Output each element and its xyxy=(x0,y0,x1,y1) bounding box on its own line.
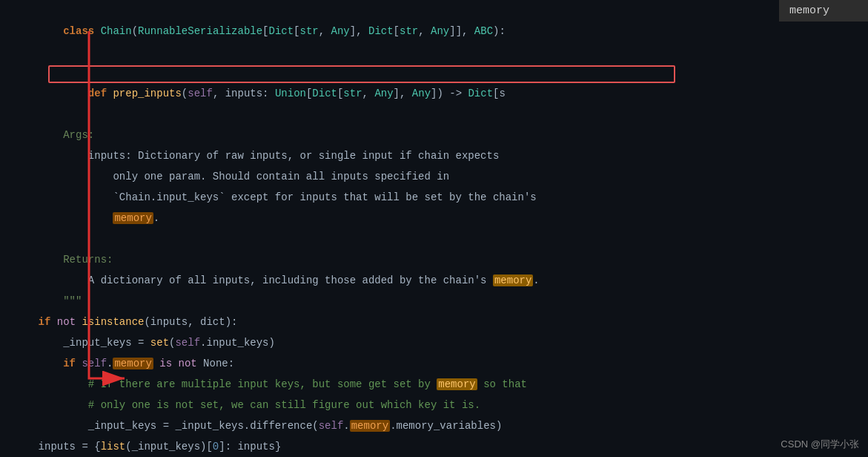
line-2-def: def prep_inputs(self, inputs: Union[Dict… xyxy=(7,62,868,125)
watermark: CSDN @同学小张 xyxy=(781,438,859,451)
line-4: inputs: Dictionary of raw inputs, or sin… xyxy=(7,145,868,166)
line-difference: _input_keys = _input_keys.difference(sel… xyxy=(7,415,868,436)
line-returns: Returns: xyxy=(7,249,868,270)
line-if-memory1: if self.memory is not None: xyxy=(7,353,868,374)
line-dict-desc: A dictionary of all inputs, including th… xyxy=(7,270,868,291)
line-docstring-end: """ xyxy=(7,291,868,312)
line-input-keys: _input_keys = set(self.input_keys) xyxy=(7,332,868,353)
line-comment1: # If there are multiple input keys, but … xyxy=(7,374,868,395)
line-6: `Chain.input_keys` except for inputs tha… xyxy=(7,187,868,208)
code-container: memory class Chain(RunnableSerializable[… xyxy=(0,0,868,457)
line-3: Args: xyxy=(7,125,868,145)
line-comment2: # only one is not set, we can still figu… xyxy=(7,395,868,415)
tooltip-memory: memory xyxy=(779,0,868,22)
line-1: class Chain(RunnableSerializable[Dict[st… xyxy=(7,0,868,62)
line-inputs-list: inputs = {list(_input_keys)[0]: inputs} xyxy=(7,436,868,457)
line-blank1 xyxy=(7,228,868,249)
line-7: memory. xyxy=(7,208,868,228)
line-5: only one param. Should contain all input… xyxy=(7,166,868,187)
code-area: class Chain(RunnableSerializable[Dict[st… xyxy=(0,0,868,457)
line-if-isinstance: if not isinstance(inputs, dict): xyxy=(7,312,868,332)
